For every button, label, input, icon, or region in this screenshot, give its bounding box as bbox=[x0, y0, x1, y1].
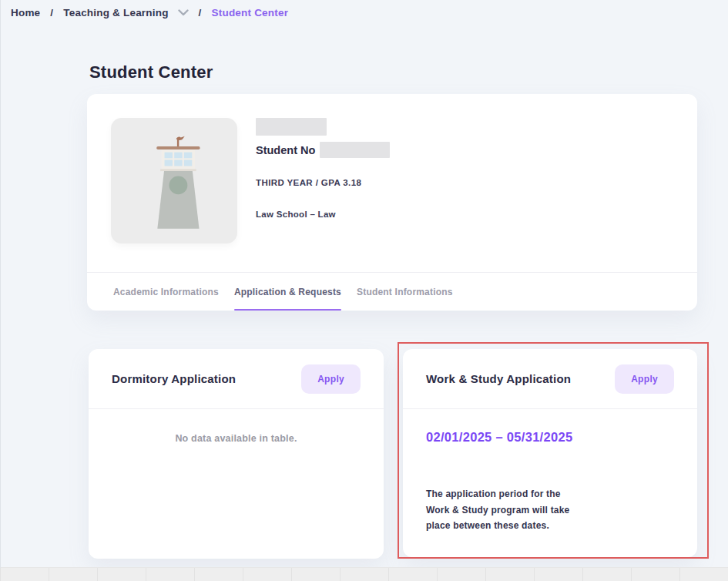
application-period-description: The application period for the Work & St… bbox=[426, 486, 580, 534]
profile-body: Student No THIRD YEAR / GPA 3.18 Law Sch… bbox=[87, 94, 697, 243]
dormitory-card-body: No data available in table. bbox=[89, 409, 384, 444]
dormitory-application-card: Dormitory Application Apply No data avai… bbox=[89, 349, 384, 559]
profile-info: Student No THIRD YEAR / GPA 3.18 Law Sch… bbox=[256, 118, 390, 243]
breadcrumb-teaching-learning[interactable]: Teaching & Learning bbox=[63, 7, 168, 18]
dormitory-card-title: Dormitory Application bbox=[112, 372, 236, 385]
school-text: Law School – Law bbox=[256, 210, 390, 219]
student-center-page: Home / Teaching & Learning / Student Cen… bbox=[0, 0, 728, 581]
breadcrumb: Home / Teaching & Learning / Student Cen… bbox=[11, 7, 288, 18]
student-no-label: Student No bbox=[256, 144, 315, 156]
breadcrumb-separator: / bbox=[50, 7, 53, 18]
year-gpa-text: THIRD YEAR / GPA 3.18 bbox=[256, 178, 390, 187]
student-no-row: Student No bbox=[256, 142, 390, 158]
empty-table-message: No data available in table. bbox=[89, 433, 384, 444]
tab-student-informations[interactable]: Student Informations bbox=[357, 273, 453, 311]
work-study-apply-button[interactable]: Apply bbox=[615, 364, 674, 394]
lighthouse-icon bbox=[124, 127, 224, 235]
work-study-card-body: 02/01/2025 – 05/31/2025 The application … bbox=[403, 409, 697, 534]
profile-tabs: Academic Informations Application & Requ… bbox=[87, 273, 697, 311]
application-date-range: 02/01/2025 – 05/31/2025 bbox=[426, 430, 674, 445]
student-profile-card: Student No THIRD YEAR / GPA 3.18 Law Sch… bbox=[87, 94, 697, 311]
avatar bbox=[111, 118, 237, 243]
dormitory-card-header: Dormitory Application Apply bbox=[89, 349, 384, 409]
page-title: Student Center bbox=[89, 62, 213, 82]
work-study-card-header: Work & Study Application Apply bbox=[403, 349, 697, 409]
background-grid-strip bbox=[0, 567, 728, 581]
dormitory-apply-button[interactable]: Apply bbox=[301, 364, 361, 394]
work-study-application-card: Work & Study Application Apply 02/01/202… bbox=[403, 349, 697, 557]
redacted-student-name bbox=[256, 118, 327, 136]
redacted-student-no bbox=[320, 142, 390, 158]
breadcrumb-home[interactable]: Home bbox=[11, 7, 40, 18]
work-study-card-title: Work & Study Application bbox=[426, 372, 571, 385]
tab-academic-informations[interactable]: Academic Informations bbox=[113, 273, 219, 311]
chevron-down-icon[interactable] bbox=[178, 9, 189, 16]
breadcrumb-current-student-center[interactable]: Student Center bbox=[212, 7, 289, 18]
tab-application-requests[interactable]: Application & Requests bbox=[234, 273, 341, 311]
breadcrumb-separator: / bbox=[199, 7, 202, 18]
